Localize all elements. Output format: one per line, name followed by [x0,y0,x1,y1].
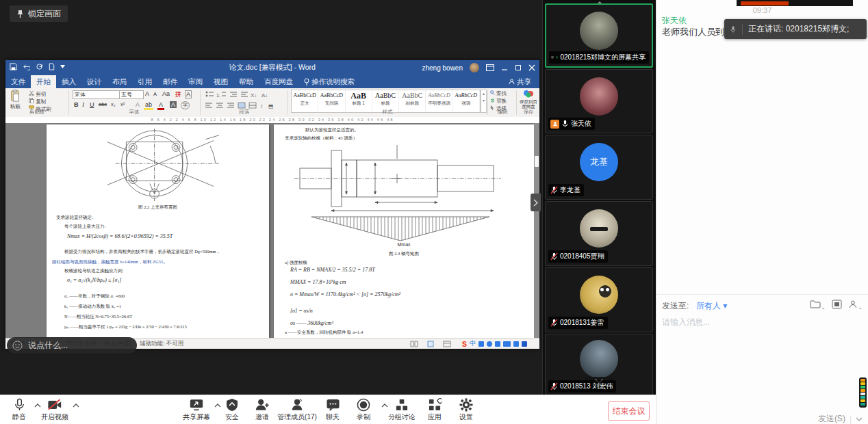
record-label: 录制 [357,413,370,421]
grow-font-icon[interactable]: A [144,90,151,97]
tab-mailings[interactable]: 邮件 [157,75,183,88]
italic-button[interactable]: I [81,101,86,108]
tab-references[interactable]: 引用 [132,75,157,88]
cut-button[interactable]: 剪切 [29,90,46,98]
ribbon-display-icon[interactable] [486,64,494,71]
list-indent-icons[interactable]: 1. X↓ A↓ [205,91,274,98]
svg-text:↕: ↕ [260,103,263,109]
edge-volume-widget[interactable] [859,377,867,408]
bold-button[interactable]: B [73,101,80,108]
subscript-button[interactable]: x₂ [110,101,117,107]
send-button[interactable]: 发送(S) [818,413,845,424]
doc-scrollbar[interactable] [534,123,539,338]
mic-icon [561,120,569,128]
lock-view-button[interactable]: 锁定画面 [10,5,68,22]
shared-screen-word-window: 论文.doc [兼容模式] - Word zheng bowen 文件 开始 插… [5,60,539,349]
collapse-panel-handle[interactable] [531,194,541,211]
ime-punct-icon[interactable] [478,341,484,347]
print-layout-icon[interactable] [426,341,435,347]
ime-mode-zh[interactable]: 中 [470,339,476,348]
chat-image-partial[interactable] [737,0,853,6]
document-canvas[interactable]: 图 2.2 上支座布置图 支承滚轮直径确定: 每个滚轮上最大压力: Nmax =… [5,123,539,338]
share-screen-icon [189,398,204,412]
send-options-icon[interactable] [856,417,863,421]
end-meeting-button[interactable]: 结束会议 [608,401,650,421]
web-layout-icon[interactable] [443,341,451,347]
tab-insert[interactable]: 插入 [56,75,81,88]
close-icon[interactable] [528,64,535,71]
font-size-combo[interactable]: 五号 [119,90,144,99]
save-to-netdisk-label[interactable]: 保存到百度网盘 [518,99,539,109]
tell-me-search[interactable]: 操作说明搜索 [298,75,360,88]
minimize-icon[interactable] [501,64,508,71]
send-to-selector[interactable]: 所有人 ▾ [696,300,727,312]
underline-button[interactable]: U [88,101,96,108]
ime-emoji-icon[interactable] [487,341,492,347]
participant-tile[interactable]: 龙基 李龙基 [545,135,653,200]
tab-layout[interactable]: 布局 [107,75,132,88]
tab-home[interactable]: 开始 [31,75,56,88]
doc-line: a) 强度校核 [285,260,307,266]
ime-mic-icon[interactable] [495,341,500,347]
participant-tile-sharer[interactable]: 02018215郑博文的屏幕共享 [545,3,653,68]
ime-keyboard-icon[interactable] [503,341,511,347]
lightbulb-icon [304,78,309,85]
font-family-combo[interactable]: 宋体 [73,90,120,99]
participant-label: 02018131姜雷 [548,317,608,329]
word-title-bar: 论文.doc [兼容模式] - Word zheng bowen [5,60,539,75]
baidu-netdisk-icon[interactable] [523,90,534,98]
copy-label: 复制 [36,98,46,105]
maximize-icon[interactable] [515,64,522,71]
sogou-logo[interactable]: S [462,340,467,348]
tab-review[interactable]: 审阅 [183,75,208,88]
doc-formula: σ₁ = α₁√(k₂N/bρₚ) ≤ [σ₁] [67,277,121,283]
copy-button[interactable]: 复制 [29,98,46,105]
superscript-button[interactable]: x² [119,101,126,107]
read-mode-icon[interactable] [410,341,418,347]
participant-tile[interactable]: 02018405贾翔 [545,201,653,266]
strikethrough-button[interactable]: abc [97,101,108,107]
participant-tile[interactable]: 张天依 [545,69,653,133]
char-border-icon[interactable]: A [185,90,192,98]
tab-baidu-netdisk[interactable]: 百度网盘 [259,75,298,88]
file-attach-button[interactable]: ⌄ [810,300,826,312]
ime-skin-icon[interactable] [522,341,527,347]
align-icons[interactable]: ↕ ⬒ [205,102,281,109]
share-button[interactable]: 共享 [503,75,537,88]
find-button[interactable]: 查找 [490,90,507,97]
mention-button[interactable]: ⌄ [848,300,863,312]
shading-icon[interactable]: A [170,101,177,108]
screenshot-button[interactable] [832,300,842,312]
clear-format-icon[interactable]: 拼 [174,90,183,99]
tab-view[interactable]: 视图 [208,75,233,88]
start-video-button[interactable]: 开启视频 [31,398,79,422]
sogou-ime-bar[interactable]: S 中 [462,339,527,348]
chat-input-placeholder[interactable]: 请输入消息... [656,313,868,332]
doc-formula: σ = Mmax/W = 1170.4kg/cm² < [σ] = 2570kg… [290,291,400,297]
participant-name: 02018131姜雷 [560,318,604,328]
tab-help[interactable]: 帮助 [233,75,259,88]
change-case-icon[interactable]: Aa [161,90,171,97]
video-options-caret[interactable] [73,403,79,408]
participant-tile[interactable]: 02018513 刘宏伟 [545,334,653,395]
settings-button[interactable]: 设置 [442,398,490,422]
breakout-icon [395,398,409,412]
doc-scrollbar-thumb[interactable] [535,156,539,167]
meeting-app: 锁定画面 论文.doc [兼容模式] - Word zheng bowen [0,0,868,424]
ime-toolbox-icon[interactable] [513,341,519,347]
danmaku-comment-bar[interactable]: 说点什么... [7,337,137,354]
editing-group: 查找 替换 选择 编辑 [489,88,516,116]
shrink-font-icon[interactable]: A [152,91,158,97]
tab-design[interactable]: 设计 [81,75,107,88]
doc-page-left: 图 2.2 上支座布置图 支承滚轮直径确定: 每个滚轮上最大压力: Nmax =… [47,124,269,338]
replace-button[interactable]: 替换 [490,98,507,105]
chat-message-text: 老师我们人员到齐 [662,26,733,38]
chat-sender-name[interactable]: 张天依 [662,15,687,27]
text-effects-icon[interactable]: A [134,101,141,108]
paste-button[interactable]: 粘贴 [10,90,21,110]
participant-tile[interactable]: 02018131姜雷 [545,267,653,332]
tab-file[interactable]: 文件 [5,75,31,88]
avatar: 龙基 [580,143,618,181]
participant-name: 02018513 刘宏伟 [560,382,613,391]
accessibility-status[interactable]: 辅助功能: 不可用 [140,340,183,348]
